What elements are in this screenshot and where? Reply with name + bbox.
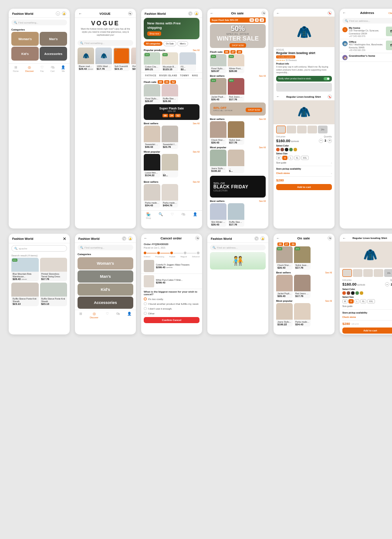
cats-nav-me[interactable]: 👤 bbox=[127, 312, 132, 319]
bookmark2[interactable]: 🔖 bbox=[328, 95, 332, 99]
see-all-best[interactable]: See All bbox=[193, 122, 199, 125]
address-search[interactable]: 🔍 Find an address... bbox=[342, 18, 392, 24]
bf-p2[interactable]: Ruffle-Sleeve Ponte-Knit Sheath $17.76 bbox=[228, 203, 244, 227]
see-all-mp2[interactable]: See All bbox=[325, 300, 332, 302]
thumb-1[interactable] bbox=[276, 126, 286, 133]
see-all-s2[interactable]: See All bbox=[325, 271, 332, 274]
category-kids[interactable]: Kid's bbox=[11, 47, 39, 61]
cart-icon[interactable]: 🛍 bbox=[128, 11, 132, 16]
see-all[interactable]: See All bbox=[259, 75, 266, 77]
color-green[interactable] bbox=[289, 148, 293, 151]
s2-p1[interactable]: 10% Check Short Poplin Ruched Front... $… bbox=[276, 246, 293, 270]
product-extra[interactable]: FS... $2... bbox=[179, 52, 196, 72]
d2-s-xl[interactable]: XL bbox=[360, 299, 366, 304]
bs2-p1[interactable]: Check Short Poplin Ruched Front... $26.4… bbox=[210, 121, 226, 145]
cart-icon2[interactable]: 🛍 bbox=[261, 11, 266, 15]
color-black[interactable] bbox=[285, 148, 288, 151]
see-all-best2[interactable]: See All bbox=[193, 181, 199, 183]
see-all-bf[interactable]: See All bbox=[259, 200, 266, 202]
qty-plus[interactable]: + bbox=[328, 139, 332, 143]
close-search-btn[interactable]: ✕ bbox=[63, 236, 66, 241]
search-bar[interactable]: 🔍 Find something... bbox=[11, 20, 67, 25]
color-yellow[interactable] bbox=[294, 148, 297, 151]
d2-c2[interactable] bbox=[347, 291, 350, 295]
d2-s-xxl[interactable]: XXL bbox=[367, 299, 375, 304]
cat-accessories-banner[interactable]: Accessories bbox=[78, 297, 133, 309]
back-onsale2[interactable]: ← bbox=[276, 236, 280, 240]
best-product-1[interactable]: Sweatshirt with a short sleeves $49.43 bbox=[144, 126, 160, 149]
bs-product-1[interactable]: 10% Jacket Poplin Ruched Front... $26.43 bbox=[210, 78, 226, 102]
color-brown[interactable] bbox=[280, 148, 284, 151]
category-womans[interactable]: Woman's bbox=[11, 32, 39, 46]
s2-p2[interactable]: 20% Stylist Jeans Paint for Men $17.76 bbox=[294, 246, 311, 270]
s2-mp1[interactable]: Jeans Stylist Shirt for Men $100.22 bbox=[276, 303, 293, 327]
search-result-2[interactable]: Printed Sleeveless Tiered Swing Dress $1… bbox=[40, 258, 68, 281]
see-all-popular2[interactable]: See All bbox=[193, 150, 199, 153]
t3[interactable] bbox=[363, 269, 373, 277]
best2-product-2[interactable]: Parka made of a cotton blend... $454.76 bbox=[162, 184, 178, 208]
nav-me2[interactable]: 👤 bbox=[193, 212, 197, 219]
back-address[interactable]: ← bbox=[342, 11, 346, 15]
cats-nav-discover[interactable]: ◎Discover bbox=[90, 312, 98, 319]
size-m-selected[interactable]: M bbox=[282, 156, 287, 160]
d2-check-stores-btn[interactable]: Check stores bbox=[342, 316, 356, 318]
back-btn[interactable]: ← bbox=[210, 11, 213, 15]
back-icon[interactable]: ← bbox=[78, 12, 82, 16]
sale-product-2[interactable]: 20% Winter Ponte-Knit Sheath $28.00 bbox=[228, 54, 244, 73]
flash-product-2[interactable]: Ruffle-Sleeve Ponte-Knit Sheath $26.00 bbox=[162, 84, 178, 103]
nav-shop[interactable]: 🏪Shop bbox=[146, 212, 151, 219]
reason-1[interactable]: It's too costly. bbox=[141, 297, 202, 301]
nav-favorites[interactable]: ♡Fav bbox=[40, 65, 44, 72]
product-blazer-wool[interactable]: 🧥 Blazer made of wool. $28.43$55.43 bbox=[78, 48, 94, 71]
cat-womans-banner[interactable]: Woman's bbox=[78, 257, 133, 270]
size-l[interactable]: L bbox=[288, 156, 293, 160]
shop-now-btn2[interactable]: SHOP NOW bbox=[246, 108, 262, 112]
category-accessories[interactable]: Accessories bbox=[40, 47, 67, 61]
nav-profile[interactable]: 👤Me bbox=[61, 65, 65, 72]
addr-search-bar[interactable]: 🔍 Find an address... bbox=[210, 245, 266, 250]
search-input-bar[interactable]: 🔍 apache bbox=[11, 245, 67, 252]
bs2-p2[interactable]: Stylist Jeans Paint for Men $17.76 bbox=[228, 121, 244, 145]
nav-fav2[interactable]: ♡ bbox=[171, 212, 174, 219]
vogue-search[interactable]: 🔍 Find something... bbox=[78, 40, 133, 46]
best2-product-1[interactable]: Parka made of a cotton blend... $34.43 bbox=[144, 184, 160, 208]
thumb-2[interactable] bbox=[287, 126, 296, 133]
add-to-cart-btn[interactable]: Add to cart bbox=[276, 184, 332, 190]
t1[interactable] bbox=[342, 269, 352, 277]
size-xxl[interactable]: XXL bbox=[301, 156, 308, 160]
cart-icon3[interactable]: 🛍 bbox=[328, 236, 332, 240]
filter-sale[interactable]: On Sale bbox=[163, 41, 176, 46]
t4[interactable] bbox=[374, 269, 383, 277]
popular-product-1[interactable]: Loose-fitting sweatshirt $134.22 bbox=[144, 154, 160, 177]
shop-now-winter[interactable]: SHOP NOW bbox=[230, 43, 246, 48]
thumb-4[interactable] bbox=[308, 126, 317, 133]
thumb-3[interactable] bbox=[297, 126, 307, 133]
color-orange[interactable] bbox=[276, 148, 280, 151]
address-home[interactable]: ⌂ My home 219 Thornbridge Cir, Syracuse,… bbox=[340, 25, 392, 39]
bell-icon4[interactable]: 🔔 bbox=[260, 236, 265, 241]
see-all2[interactable]: See All bbox=[259, 118, 266, 120]
t-more[interactable]: 14+ bbox=[384, 269, 392, 277]
size-xl[interactable]: XL bbox=[294, 156, 300, 160]
popular-product-2[interactable]: ... $2... bbox=[162, 154, 178, 177]
bf-p1[interactable]: Slim Winter T-Shirt for Men... $26.43 bbox=[210, 203, 226, 227]
cat-mans-banner[interactable]: Man's bbox=[78, 270, 133, 283]
d2-add-to-cart[interactable]: Add to cart bbox=[342, 327, 392, 334]
chat-icon[interactable]: 💬 bbox=[188, 11, 193, 16]
mp-p1[interactable]: Jeans Stylist Shirt for Men $100.22 bbox=[210, 150, 226, 173]
d2-c3[interactable] bbox=[351, 291, 355, 295]
chat-icon3[interactable]: 💬 bbox=[254, 236, 259, 241]
bell-icon[interactable]: 🔔 bbox=[62, 11, 66, 16]
back-detail2[interactable]: ← bbox=[342, 236, 346, 240]
check-stores-btn[interactable]: Check stores bbox=[276, 172, 290, 174]
s2-mp2[interactable]: Parka made cotton blend... $34.43 bbox=[294, 303, 311, 327]
search-result-3[interactable]: Ruffle-Sleeve Ponte-Knit Sheath $23.13 bbox=[11, 283, 39, 306]
cancel-cart-icon[interactable]: 🛍 bbox=[195, 236, 199, 240]
nav-discover[interactable]: ◎Discover bbox=[25, 65, 34, 72]
category-mans[interactable]: Man's bbox=[40, 32, 67, 46]
bell-icon2[interactable]: 🔔 bbox=[194, 11, 199, 16]
reason-3[interactable]: I don't use it enough. bbox=[141, 306, 202, 311]
nav-search2[interactable]: 🔍 bbox=[159, 212, 163, 219]
cats-nav-cart[interactable]: 🛍 bbox=[116, 312, 120, 319]
d2-c4[interactable] bbox=[355, 291, 359, 295]
